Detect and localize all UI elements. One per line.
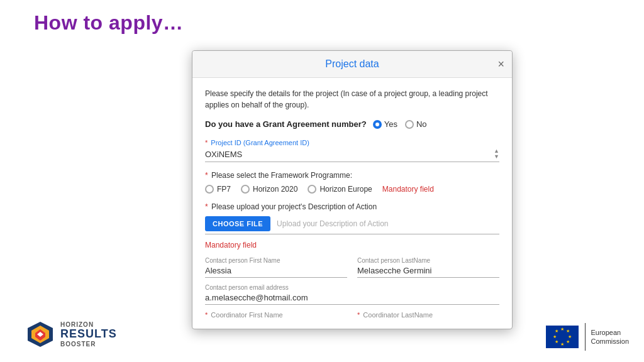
grant-no-option[interactable]: No (405, 119, 427, 129)
grant-question-label: Do you have a Grant Agreement number? (205, 119, 367, 129)
eu-text-line2: Commission (591, 337, 629, 346)
fp7-option[interactable]: FP7 (205, 185, 231, 194)
coord-ln-required: * (357, 311, 360, 319)
contact-person-row: Contact person First Name Alessia Contac… (205, 257, 499, 278)
grant-no-radio[interactable] (405, 120, 414, 129)
coord-fn-required: * (205, 311, 208, 319)
svg-text:★: ★ (566, 329, 570, 333)
page-title: How to apply… (34, 11, 184, 35)
coordinator-last-name-field: * Coordinator LastName (357, 311, 499, 319)
modal-body: Please specify the details for the proje… (192, 78, 512, 329)
eu-commission-logo: ★ ★ ★ ★ ★ ★ ★ ★ European Commission (546, 323, 629, 351)
horizon-europe-radio[interactable] (308, 185, 316, 194)
grant-yes-radio[interactable] (373, 120, 382, 129)
upload-placeholder: Upload your Description of Action (277, 219, 388, 228)
grant-radio-group: Yes No (373, 119, 427, 129)
email-value: a.melasecche@hotmail.com (205, 293, 499, 302)
horizon-results-logo: HORIZON RESULTS BOOSTER (25, 319, 117, 349)
logo-booster: BOOSTER (60, 341, 117, 348)
fp7-radio[interactable] (205, 185, 214, 194)
modal-title: Project data (325, 58, 379, 70)
framework-mandatory-text: Mandatory field (382, 185, 434, 194)
project-id-field: * Project ID (Grant Agreement ID) ▲ ▼ (205, 139, 499, 162)
email-label: Contact person email address (205, 284, 499, 291)
framework-label: * Please select the Framework Programme: (205, 171, 499, 180)
horizon-europe-label: Horizon Europe (319, 185, 372, 194)
grant-agreement-question: Do you have a Grant Agreement number? Ye… (205, 119, 499, 129)
coordinator-first-name-field: * Coordinator First Name (205, 311, 347, 319)
mandatory-field-notice: Mandatory field (205, 241, 499, 250)
modal-description: Please specify the details for the proje… (205, 88, 499, 111)
horizon2020-option[interactable]: Horizon 2020 (241, 185, 297, 194)
project-id-label: * Project ID (Grant Agreement ID) (205, 139, 499, 146)
framework-required-star: * (205, 171, 208, 180)
svg-text:★: ★ (553, 334, 557, 339)
upload-label: * Please upload your project's Descripti… (205, 202, 499, 211)
project-id-input-wrapper: ▲ ▼ (205, 148, 499, 162)
horizon2020-label: Horizon 2020 (253, 185, 297, 194)
logo-results: RESULTS (60, 328, 117, 341)
email-field: Contact person email address a.melasecch… (205, 284, 499, 305)
fp7-label: FP7 (217, 185, 231, 194)
project-data-modal: Project data × Please specify the detail… (192, 50, 513, 329)
contact-last-name-label: Contact person LastName (357, 257, 499, 264)
svg-text:★: ★ (568, 334, 572, 339)
coordinator-first-name-label: * Coordinator First Name (205, 311, 347, 319)
grant-yes-option[interactable]: Yes (373, 119, 397, 129)
spinner-arrows[interactable]: ▲ ▼ (494, 148, 499, 160)
eu-commission-text: European Commission (591, 328, 629, 346)
grant-yes-label: Yes (384, 119, 397, 129)
horizon2020-radio[interactable] (241, 185, 250, 194)
project-id-required-star: * (205, 139, 208, 146)
contact-first-name-label: Contact person First Name (205, 257, 347, 264)
modal-close-button[interactable]: × (497, 58, 504, 70)
contact-last-name-value: Melasecche Germini (357, 266, 499, 275)
contact-first-name-field: Contact person First Name Alessia (205, 257, 347, 278)
framework-programme-row: * Please select the Framework Programme:… (205, 171, 499, 194)
svg-text:★: ★ (555, 329, 558, 333)
svg-text:★: ★ (555, 339, 558, 344)
eu-divider (585, 323, 586, 351)
svg-text:★: ★ (560, 327, 564, 331)
coordinator-row: * Coordinator First Name * Coordinator L… (205, 311, 499, 319)
svg-text:★: ★ (560, 342, 564, 346)
svg-text:★: ★ (566, 339, 570, 344)
eu-flag-icon: ★ ★ ★ ★ ★ ★ ★ ★ (546, 326, 579, 348)
contact-first-name-value: Alessia (205, 266, 347, 275)
hrb-logo-icon (25, 319, 55, 349)
logo-text: HORIZON RESULTS BOOSTER (60, 321, 117, 348)
upload-row: * Please upload your project's Descripti… (205, 202, 499, 234)
coordinator-last-name-label: * Coordinator LastName (357, 311, 499, 319)
grant-no-label: No (416, 119, 427, 129)
choose-file-button[interactable]: CHOOSE FILE (205, 216, 270, 231)
upload-input-row: CHOOSE FILE Upload your Description of A… (205, 216, 499, 234)
project-id-input[interactable] (205, 150, 494, 159)
horizon-europe-option[interactable]: Horizon Europe (308, 185, 372, 194)
modal-header: Project data × (192, 51, 512, 78)
eu-text-line1: European (591, 328, 629, 337)
contact-last-name-field: Contact person LastName Melasecche Germi… (357, 257, 499, 278)
framework-options: FP7 Horizon 2020 Horizon Europe Mandator… (205, 185, 499, 194)
upload-required-star: * (205, 202, 208, 211)
